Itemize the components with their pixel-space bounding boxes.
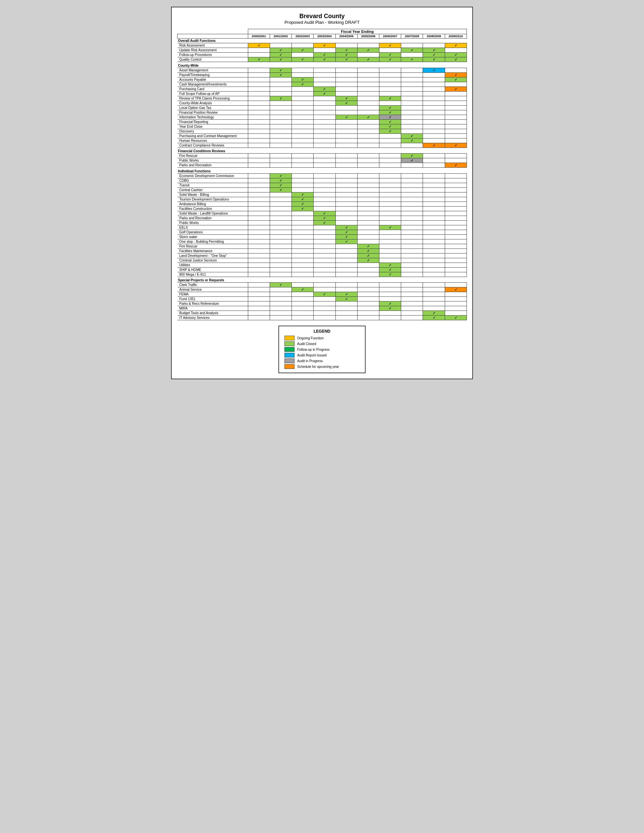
table-row: County-Wide Analysis✓ <box>177 101 467 105</box>
cell-8 <box>423 197 445 201</box>
cell-3 <box>314 82 335 87</box>
cell-0 <box>248 68 270 72</box>
cell-7: ✓ <box>401 57 423 62</box>
cell-2 <box>292 253 314 258</box>
legend-color-box <box>285 364 295 369</box>
legend-item: Ongoing Function <box>285 336 359 340</box>
cell-3 <box>314 115 335 119</box>
legend-item: Audit Report Issued <box>285 353 359 357</box>
cell-1 <box>270 311 291 315</box>
cell-7 <box>401 91 423 96</box>
cell-5 <box>357 72 379 77</box>
cell-4 <box>335 211 357 215</box>
row-label: Utilities <box>177 262 248 267</box>
row-label: Tourism Development Operations <box>177 197 248 201</box>
cell-3 <box>314 183 335 187</box>
table-row: CDBG✓ <box>177 178 467 183</box>
cell-4 <box>335 315 357 320</box>
cell-8 <box>423 225 445 230</box>
cell-7 <box>401 77 423 82</box>
table-row: Year End Close✓ <box>177 124 467 129</box>
row-label: Purchasing and Contract Management <box>177 133 248 138</box>
row-label: Contract Compliance Reviews <box>177 143 248 148</box>
table-row: Human Resources✓ <box>177 138 467 143</box>
row-label: Purchasing Card <box>177 87 248 91</box>
cell-1 <box>270 91 291 96</box>
cell-9 <box>445 115 467 119</box>
cell-8 <box>423 43 445 48</box>
row-label: Parks and Recreation <box>177 163 248 168</box>
cell-5 <box>357 82 379 87</box>
row-label: Full Scope Follow-up of AP <box>177 91 248 96</box>
cell-1 <box>270 244 291 249</box>
cell-2 <box>292 174 314 178</box>
legend-label-text: Audit Report Issued <box>297 354 327 357</box>
cell-1 <box>270 239 291 244</box>
table-row: EELS✓✓ <box>177 225 467 230</box>
cell-2 <box>292 220 314 225</box>
cell-3 <box>314 143 335 148</box>
cell-1 <box>270 101 291 105</box>
cell-4 <box>335 206 357 211</box>
cell-9 <box>445 301 467 306</box>
row-label: County-Wide Analysis <box>177 101 248 105</box>
audit-plan-table: Fiscal Year Ending2000/20012001/20022002… <box>177 29 467 320</box>
cell-8 <box>423 72 445 77</box>
cell-8: ✓ <box>423 315 445 320</box>
table-row: Accounts Payable✓✓ <box>177 77 467 82</box>
cell-4 <box>335 43 357 48</box>
cell-8 <box>423 283 445 287</box>
cell-8 <box>423 163 445 168</box>
cell-6 <box>379 292 401 297</box>
row-label: Public Works <box>177 158 248 163</box>
cell-0 <box>248 301 270 306</box>
cell-6 <box>379 133 401 138</box>
cell-2 <box>292 133 314 138</box>
cell-2 <box>292 215 314 220</box>
cell-0 <box>248 101 270 105</box>
cell-8 <box>423 262 445 267</box>
table-row: Golf Operations✓ <box>177 230 467 235</box>
table-row: Parks and Recreation✓ <box>177 215 467 220</box>
cell-8 <box>423 267 445 272</box>
cell-0 <box>248 53 270 57</box>
table-row: Tourism Development Operations✓ <box>177 197 467 201</box>
cell-6: ✓ <box>379 267 401 272</box>
cell-9 <box>445 297 467 301</box>
cell-1 <box>270 230 291 235</box>
cell-4 <box>335 72 357 77</box>
cell-6 <box>379 187 401 192</box>
cell-2 <box>292 283 314 287</box>
cell-7 <box>401 253 423 258</box>
cell-6: ✓ <box>379 105 401 110</box>
cell-8 <box>423 235 445 239</box>
cell-0 <box>248 48 270 53</box>
cell-6 <box>379 197 401 201</box>
cell-3 <box>314 192 335 197</box>
cell-5 <box>357 178 379 183</box>
cell-0 <box>248 272 270 277</box>
cell-4 <box>335 124 357 129</box>
cell-3 <box>314 262 335 267</box>
table-row: Update Risk Assessment✓✓✓✓✓✓ <box>177 48 467 53</box>
cell-5 <box>357 163 379 168</box>
cell-7 <box>401 239 423 244</box>
cell-2 <box>292 53 314 57</box>
cell-4: ✓ <box>335 297 357 301</box>
cell-1 <box>270 287 291 292</box>
cell-8 <box>423 220 445 225</box>
cell-4 <box>335 110 357 115</box>
cell-5: ✓ <box>357 48 379 53</box>
cell-6 <box>379 101 401 105</box>
cell-0 <box>248 267 270 272</box>
cell-1 <box>270 115 291 119</box>
row-label: Transit <box>177 183 248 187</box>
cell-4 <box>335 192 357 197</box>
cell-5 <box>357 272 379 277</box>
cell-6: ✓ <box>379 43 401 48</box>
cell-5 <box>357 192 379 197</box>
cell-3: ✓ <box>314 57 335 62</box>
cell-4 <box>335 87 357 91</box>
cell-8: ✓ <box>423 48 445 53</box>
legend-label-text: Ongoing Function <box>297 336 324 340</box>
